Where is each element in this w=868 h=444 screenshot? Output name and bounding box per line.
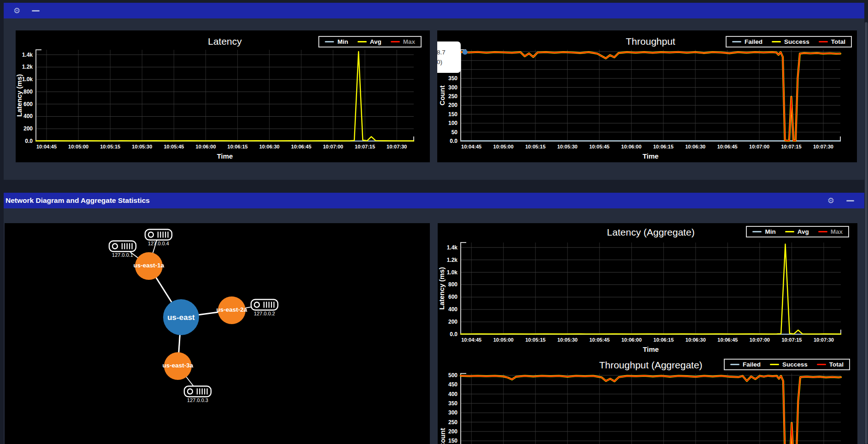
dashboard: ⚙ LatencyMinAvgMax0.02004006008001.0k1.2… bbox=[0, 0, 868, 444]
latency-chart: LatencyMinAvgMax0.02004006008001.0k1.2k1… bbox=[16, 30, 430, 162]
y-axis-title: Latency (ms) bbox=[16, 74, 23, 117]
y-tick-label: 600 bbox=[448, 294, 457, 300]
x-tick-label: 10:05:00 bbox=[493, 144, 514, 149]
legend-swatch bbox=[325, 41, 334, 43]
x-tick-label: 10:06:00 bbox=[196, 144, 216, 149]
server-icon-127.0.0.4[interactable] bbox=[145, 230, 172, 240]
network-diagram: 127.0.0.1127.0.0.4127.0.0.2127.0.0.3us-e… bbox=[5, 223, 430, 444]
latency-aggregate-chart: Latency (Aggregate)MinAvgMax0.0200400600… bbox=[438, 223, 857, 356]
legend-swatch bbox=[818, 231, 827, 233]
legend-item-total[interactable]: Total bbox=[819, 38, 845, 45]
legend-item-success[interactable]: Success bbox=[772, 38, 809, 45]
legend-label: Success bbox=[782, 361, 808, 368]
latency_agg-canvas[interactable]: 0.02004006008001.0k1.2k1.4k10:04:4510:05… bbox=[438, 223, 857, 356]
node-label-us-east-2a: us-east-2a bbox=[217, 306, 247, 313]
throughput-aggregate-chart: Throughput (Aggregate)FailedSuccessTotal… bbox=[438, 356, 857, 444]
y-tick-label: 400 bbox=[448, 306, 457, 313]
x-tick-label: 10:06:15 bbox=[653, 144, 674, 149]
x-tick-label: 10:05:15 bbox=[525, 337, 545, 343]
settings-gear-icon[interactable]: ⚙ bbox=[13, 7, 20, 15]
legend-swatch bbox=[358, 41, 367, 43]
x-tick-label: 10:06:30 bbox=[259, 144, 280, 149]
x-tick-label: 10:05:45 bbox=[589, 337, 610, 343]
x-tick-label: 10:06:45 bbox=[717, 144, 738, 149]
legend-item-success[interactable]: Success bbox=[770, 361, 808, 368]
legend-swatch bbox=[817, 364, 826, 366]
legend-item-failed[interactable]: Failed bbox=[732, 38, 762, 45]
throughput-legend: FailedSuccessTotal bbox=[726, 36, 852, 47]
throughput_agg-legend: FailedSuccessTotal bbox=[724, 359, 850, 370]
y-tick-label: 300 bbox=[448, 409, 457, 416]
x-tick-label: 10:07:00 bbox=[750, 337, 770, 343]
legend-swatch bbox=[752, 231, 762, 233]
server-ip-label: 127.0.0.4 bbox=[148, 241, 169, 246]
y-tick-label: 1.2k bbox=[447, 257, 458, 263]
server-ip-label: 127.0.0.3 bbox=[187, 397, 208, 403]
legend-item-min[interactable]: Min bbox=[325, 38, 348, 45]
x-tick-label: 10:07:00 bbox=[323, 144, 343, 149]
legend-item-avg[interactable]: Avg bbox=[785, 228, 809, 235]
x-axis-title: Time bbox=[643, 345, 659, 353]
server-icon-127.0.0.3[interactable] bbox=[184, 386, 211, 397]
legend-label: Max bbox=[831, 228, 843, 235]
legend-swatch bbox=[770, 364, 779, 366]
y-tick-label: 800 bbox=[23, 89, 33, 95]
legend-item-failed[interactable]: Failed bbox=[730, 361, 761, 368]
network-panel-header: Network Diagram and Aggregate Statistics… bbox=[4, 193, 864, 208]
y-tick-label: 200 bbox=[448, 428, 457, 435]
x-tick-label: 10:07:30 bbox=[814, 337, 834, 343]
legend-item-max[interactable]: Max bbox=[818, 228, 843, 235]
throughput-chart-card: ThroughputFailedSuccessTotal0.0501001502… bbox=[437, 30, 857, 162]
legend-label: Max bbox=[403, 38, 415, 45]
panel-title: Network Diagram and Aggregate Statistics bbox=[4, 196, 150, 205]
throughput-chart: ThroughputFailedSuccessTotal0.0501001502… bbox=[437, 30, 857, 162]
tooltip-line: 0) bbox=[437, 57, 461, 67]
legend-item-avg[interactable]: Avg bbox=[358, 38, 381, 45]
legend-swatch bbox=[785, 231, 794, 233]
y-axis-title: Count bbox=[438, 85, 446, 105]
x-axis-title: Time bbox=[217, 152, 233, 160]
x-tick-label: 10:05:15 bbox=[100, 144, 120, 149]
x-tick-label: 10:07:15 bbox=[355, 144, 375, 149]
latency-canvas[interactable]: 0.02004006008001.0k1.2k1.4k10:04:4510:05… bbox=[16, 30, 430, 162]
legend-swatch bbox=[391, 41, 400, 43]
top-panel-header: ⚙ bbox=[4, 3, 864, 18]
legend-item-min[interactable]: Min bbox=[752, 228, 775, 235]
x-tick-label: 10:06:15 bbox=[653, 337, 674, 343]
series-avg bbox=[36, 52, 414, 141]
latency-legend: MinAvgMax bbox=[318, 36, 422, 47]
x-tick-label: 10:05:30 bbox=[132, 144, 152, 149]
scrollbar[interactable] bbox=[865, 22, 868, 444]
x-tick-label: 10:07:15 bbox=[781, 337, 802, 343]
x-tick-label: 10:05:30 bbox=[557, 337, 578, 343]
x-tick-label: 10:06:45 bbox=[717, 337, 738, 343]
y-tick-label: 0.0 bbox=[450, 138, 457, 144]
legend-label: Min bbox=[337, 38, 348, 45]
collapse-minus-icon bbox=[846, 200, 854, 201]
server-icon-127.0.0.2[interactable] bbox=[251, 300, 278, 310]
chart-tooltip: 8.70) bbox=[437, 41, 461, 73]
y-axis-title: Count bbox=[439, 428, 446, 444]
throughput-canvas[interactable]: 0.05010015020025030035040045050010:04:45… bbox=[437, 30, 857, 162]
x-tick-label: 10:05:00 bbox=[493, 337, 514, 343]
node-label-us-east-3a: us-east-3a bbox=[163, 362, 194, 369]
y-tick-label: 200 bbox=[448, 319, 457, 325]
legend-label: Total bbox=[829, 361, 844, 368]
legend-item-max[interactable]: Max bbox=[391, 38, 415, 45]
y-tick-label: 350 bbox=[448, 400, 457, 407]
legend-item-total[interactable]: Total bbox=[817, 361, 844, 368]
network-diagram-canvas[interactable]: 127.0.0.1127.0.0.4127.0.0.2127.0.0.3us-e… bbox=[5, 223, 430, 444]
latency_agg-legend: MinAvgMax bbox=[746, 226, 849, 237]
x-tick-label: 10:06:30 bbox=[685, 144, 705, 149]
server-ip-label: 127.0.0.2 bbox=[254, 311, 275, 316]
legend-label: Total bbox=[831, 38, 845, 45]
aggregate-charts-card: Latency (Aggregate)MinAvgMax0.0200400600… bbox=[438, 223, 857, 444]
legend-swatch bbox=[819, 41, 828, 43]
data-point-marker[interactable] bbox=[463, 50, 468, 55]
node-label-us-east-1a: us-east-1a bbox=[134, 262, 164, 269]
y-tick-label: 150 bbox=[448, 111, 457, 118]
server-icon-127.0.0.1[interactable] bbox=[109, 241, 136, 252]
settings-gear-icon[interactable]: ⚙ bbox=[827, 197, 834, 205]
x-tick-label: 10:07:00 bbox=[749, 144, 769, 149]
x-tick-label: 10:05:30 bbox=[557, 144, 577, 149]
